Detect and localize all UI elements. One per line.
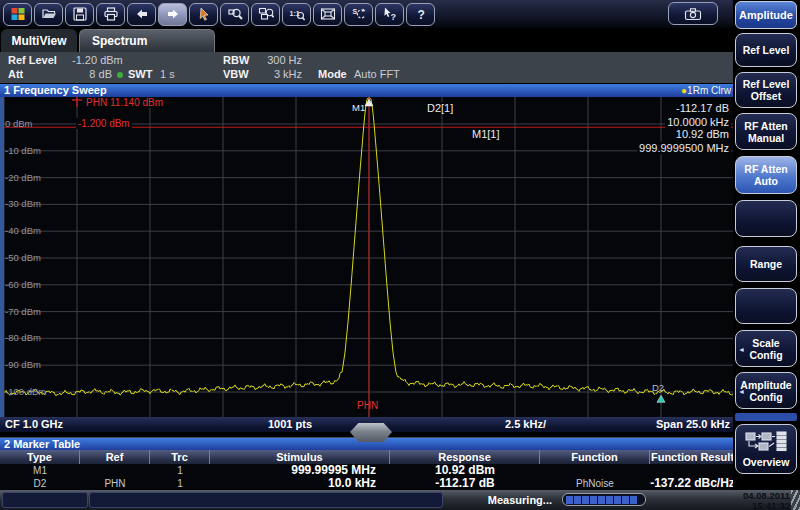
svg-text:-10 dBm: -10 dBm [5,145,41,156]
rbw-value[interactable]: 300 Hz [250,54,302,66]
phn-reference-readout: PHN 11.140 dBm [84,97,165,108]
undo-button[interactable] [127,3,156,26]
rbw-label[interactable]: RBW [223,54,249,66]
span-label[interactable]: Span 25.0 kHz [656,417,730,432]
camera-icon[interactable] [668,2,718,25]
trace-mode-label: 1Rm Clrw [687,85,731,96]
svg-text:-70 dBm: -70 dBm [5,306,41,317]
svg-text:0 dBm: 0 dBm [5,118,33,129]
analyzer-screen: 1:1 S ? ? MultiView Spectrum Ref Level -… [0,0,800,510]
overview-button[interactable]: Overview [735,424,797,474]
d2-function: PhNoise [540,477,650,490]
softkey-rf-atten-auto[interactable]: RF Atten Auto [735,156,797,194]
mode-label[interactable]: Mode [318,68,347,80]
softkey-label: Ref Level [743,44,790,56]
redo-button[interactable] [158,3,187,26]
svg-text:S: S [352,8,357,15]
zoom-1to1-button[interactable]: 1:1 [282,3,311,26]
softkey-range[interactable]: Range [735,246,797,282]
svg-text:-100 dBm: -100 dBm [5,386,46,397]
col-response: Response [390,450,540,464]
phn-marker-axis-label: PHN [357,400,378,411]
svg-text:?: ? [417,8,424,22]
swt-label[interactable]: SWT [128,68,152,80]
spectrum-plot-svg: M1D20 dBm-10 dBm-20 dBm-30 dBm-40 dBm-50… [0,97,735,417]
svg-text:-40 dBm: -40 dBm [5,225,41,236]
ref-level-value[interactable]: -1.20 dBm [72,54,123,66]
help-button[interactable]: ? [406,3,435,26]
save-button[interactable] [65,3,94,26]
tab-bar: MultiView Spectrum [0,28,735,52]
d2-trc: 1 [150,477,210,490]
mode-value[interactable]: Auto FFT [354,68,400,80]
att-value[interactable]: 8 dB [60,68,112,80]
softkey-scale-config[interactable]: ◄Scale Config [735,330,797,367]
zoom-multi-button[interactable] [251,3,280,26]
per-division-label[interactable]: 2.5 kHz/ [505,417,546,432]
print-button[interactable] [96,3,125,26]
col-trc: Trc [150,450,210,464]
marker-table-header: Type Ref Trc Stimulus Response Function … [0,450,735,464]
resize-grip[interactable] [791,490,800,510]
frequency-sweep-window: 1 Frequency Sweep ●1Rm Clrw M1D20 dBm-10… [0,84,735,432]
sweep-sync-button[interactable]: S [344,3,373,26]
softkey-label: Ref Level Offset [737,78,795,102]
m1-ref [80,464,150,477]
window-splitter-grip[interactable] [350,423,392,442]
tab-multiview[interactable]: MultiView [1,29,77,52]
softkey-menu-title: Amplitude [739,9,793,21]
m1-trc: 1 [150,464,210,477]
softkey-rf-atten-manual[interactable]: RF Atten Manual [735,113,797,150]
toolbar: 1:1 S ? ? [0,0,800,28]
d2-stimulus: 10.0 kHz [210,477,390,490]
vbw-label[interactable]: VBW [223,68,249,80]
svg-text:-30 dBm: -30 dBm [5,198,41,209]
d2-type: D2 [0,477,80,490]
context-help-button[interactable]: ? [375,3,404,26]
att-label[interactable]: Att [8,68,23,80]
svg-text:-50 dBm: -50 dBm [5,252,41,263]
svg-text:-60 dBm: -60 dBm [5,279,41,290]
softkey-ref-level-offset[interactable]: Ref Level Offset [735,72,797,108]
m1-type: M1 [0,464,80,477]
center-frequency-label[interactable]: CF 1.0 GHz [5,417,63,432]
measurement-progress-bar [562,493,646,506]
trace-mode-tag[interactable]: ●1Rm Clrw [681,84,731,97]
svg-text:-80 dBm: -80 dBm [5,332,41,343]
marker-table-row-d2[interactable]: D2 PHN 1 10.0 kHz -112.17 dB PhNoise -13… [0,477,735,490]
display-update-button[interactable] [313,3,342,26]
sweep-window-title: 1 Frequency Sweep [4,84,107,97]
svg-text:?: ? [390,12,396,22]
spectrum-plot[interactable]: M1D20 dBm-10 dBm-20 dBm-30 dBm-40 dBm-50… [0,97,735,417]
svg-text:-90 dBm: -90 dBm [5,359,41,370]
open-button[interactable] [34,3,63,26]
zoom-button[interactable] [220,3,249,26]
time: 15:41:32 [743,501,790,510]
overview-label: Overview [743,456,790,468]
d2-ref: PHN [80,477,150,490]
d2-function-result: -137.22 dBc/Hz [650,477,735,490]
col-stimulus: Stimulus [210,450,390,464]
ref-level-label[interactable]: Ref Level [8,54,57,66]
sweep-window-titlebar[interactable]: 1 Frequency Sweep ●1Rm Clrw [0,84,735,97]
tab-spectrum[interactable]: Spectrum [79,29,215,52]
softkey-blank-2[interactable] [735,288,797,324]
softkey-label: Amplitude Config [737,379,795,403]
sweep-points-label[interactable]: 1001 pts [268,417,312,432]
submenu-arrow-icon: ◄ [738,345,745,352]
select-cursor-button[interactable] [189,3,218,26]
readout-d2-freq: 10.0000 kHz [665,116,731,128]
softkey-amplitude-config[interactable]: ◄Amplitude Config [735,372,797,409]
marker-table-window: 2 Marker Table Type Ref Trc Stimulus Res… [0,437,735,491]
softkey-ref-level[interactable]: Ref Level [735,33,797,67]
settings-bar: Ref Level -1.20 dBm RBW 300 Hz Att 8 dB … [0,52,735,83]
swt-value[interactable]: 1 s [160,68,175,80]
softkey-label: RF Atten Auto [737,163,795,187]
softkey-blank-1[interactable] [735,200,797,237]
vbw-value[interactable]: 3 kHz [250,68,302,80]
windows-logo-icon[interactable] [3,3,32,26]
readout-d2-name: D2[1] [425,102,455,114]
col-function-result: Function Result [650,450,735,464]
readout-m1-name: M1[1] [470,128,502,140]
softkey-menu-header[interactable]: Amplitude [735,1,797,29]
